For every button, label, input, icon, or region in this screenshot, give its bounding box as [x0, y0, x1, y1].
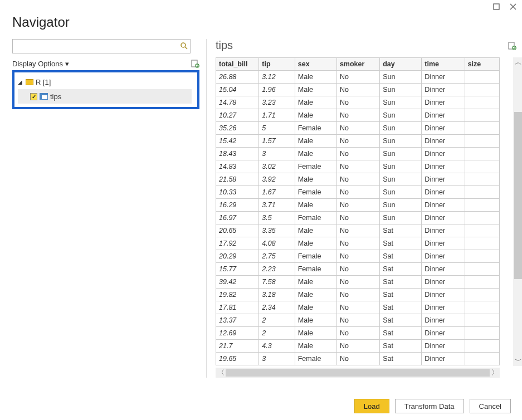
cell-total_bill: 14.78 — [216, 96, 259, 109]
cell-total_bill: 17.81 — [216, 301, 259, 314]
page-title: Navigator — [0, 0, 522, 39]
cell-total_bill: 14.83 — [216, 160, 259, 173]
cell-total_bill: 20.65 — [216, 224, 259, 237]
table-row[interactable]: 15.772.23FemaleNoSatDinner — [216, 263, 500, 276]
cell-total_bill: 10.33 — [216, 186, 259, 199]
cell-time: Dinner — [422, 199, 465, 212]
table-row[interactable]: 15.421.57MaleNoSunDinner — [216, 135, 500, 148]
tree-item-tips[interactable]: ✓ tips — [18, 89, 192, 104]
scroll-right-icon[interactable]: 〉 — [490, 368, 500, 378]
maximize-button[interactable] — [492, 2, 501, 11]
close-button[interactable] — [509, 2, 518, 11]
cell-time: Dinner — [422, 263, 465, 276]
table-row[interactable]: 17.812.34MaleNoSatDinner — [216, 301, 500, 314]
col-time[interactable]: time — [422, 58, 465, 71]
cell-tip: 2.75 — [259, 250, 295, 263]
col-total_bill[interactable]: total_bill — [216, 58, 259, 71]
cell-size — [465, 224, 499, 237]
table-row[interactable]: 16.973.5FemaleNoSunDinner — [216, 212, 500, 224]
cell-day: Sun — [380, 160, 422, 173]
cell-sex: Female — [295, 263, 336, 276]
load-button[interactable]: Load — [354, 399, 389, 413]
display-options-dropdown[interactable]: Display Options ▾ — [12, 60, 69, 68]
cell-size — [465, 289, 499, 301]
scroll-thumb[interactable] — [514, 112, 522, 279]
cell-day: Sun — [380, 212, 422, 224]
cell-smoker: No — [336, 250, 379, 263]
table-row[interactable]: 10.271.71MaleNoSunDinner — [216, 109, 500, 122]
tree-root-node[interactable]: ◢ R [1] — [18, 75, 192, 89]
cell-total_bill: 17.92 — [216, 237, 259, 250]
cell-size — [465, 71, 499, 84]
cell-total_bill: 20.29 — [216, 250, 259, 263]
cell-time: Dinner — [422, 301, 465, 314]
cell-smoker: No — [336, 122, 379, 135]
cell-smoker: No — [336, 276, 379, 289]
cell-sex: Female — [295, 212, 336, 224]
cell-smoker: No — [336, 263, 379, 276]
table-row[interactable]: 39.427.58MaleNoSatDinner — [216, 276, 500, 289]
cell-day: Sat — [380, 353, 422, 365]
table-row[interactable]: 18.433MaleNoSunDinner — [216, 148, 500, 160]
table-row[interactable]: 15.041.96MaleNoSunDinner — [216, 84, 500, 96]
col-day[interactable]: day — [380, 58, 422, 71]
table-row[interactable]: 12.692MaleNoSatDinner — [216, 327, 500, 340]
cell-time: Dinner — [422, 237, 465, 250]
cell-smoker: No — [336, 160, 379, 173]
cell-smoker: No — [336, 224, 379, 237]
table-row[interactable]: 26.883.12MaleNoSunDinner — [216, 71, 500, 84]
search-input-wrap[interactable] — [12, 39, 191, 53]
cell-time: Dinner — [422, 148, 465, 160]
cell-day: Sun — [380, 186, 422, 199]
refresh-preview-icon[interactable] — [508, 41, 516, 50]
cell-tip: 2.34 — [259, 301, 295, 314]
table-row[interactable]: 19.653FemaleNoSatDinner — [216, 353, 500, 365]
vertical-scrollbar[interactable]: ︿ ﹀ — [513, 57, 522, 366]
refresh-left-icon[interactable] — [191, 59, 199, 68]
table-row[interactable]: 21.74.3MaleNoSatDinner — [216, 340, 500, 353]
scroll-track[interactable] — [513, 67, 522, 356]
col-size[interactable]: size — [465, 58, 499, 71]
cell-day: Sat — [380, 263, 422, 276]
col-sex[interactable]: sex — [295, 58, 336, 71]
cell-tip: 7.58 — [259, 276, 295, 289]
table-row[interactable]: 14.833.02FemaleNoSunDinner — [216, 160, 500, 173]
cell-smoker: No — [336, 109, 379, 122]
scroll-left-icon[interactable]: 〈 — [216, 368, 226, 378]
table-row[interactable]: 19.823.18MaleNoSatDinner — [216, 289, 500, 301]
cell-time: Dinner — [422, 173, 465, 186]
table-row[interactable]: 13.372MaleNoSatDinner — [216, 314, 500, 327]
scroll-down-icon[interactable]: ﹀ — [513, 356, 522, 366]
table-row[interactable]: 10.331.67FemaleNoSunDinner — [216, 186, 500, 199]
checkbox-checked-icon[interactable]: ✓ — [30, 93, 37, 100]
table-row[interactable]: 14.783.23MaleNoSunDinner — [216, 96, 500, 109]
col-tip[interactable]: tip — [259, 58, 295, 71]
scroll-up-icon[interactable]: ︿ — [513, 57, 522, 67]
hscroll-thumb[interactable] — [226, 369, 490, 377]
cancel-button[interactable]: Cancel — [470, 399, 511, 413]
cell-tip: 5 — [259, 122, 295, 135]
search-input[interactable] — [15, 42, 180, 51]
table-row[interactable]: 35.265FemaleNoSunDinner — [216, 122, 500, 135]
cell-total_bill: 15.42 — [216, 135, 259, 148]
transform-data-button[interactable]: Transform Data — [395, 399, 464, 413]
cell-day: Sat — [380, 250, 422, 263]
cell-sex: Female — [295, 160, 336, 173]
table-row[interactable]: 21.583.92MaleNoSunDinner — [216, 173, 500, 186]
cell-tip: 4.3 — [259, 340, 295, 353]
horizontal-scrollbar[interactable]: 〈 〉 — [216, 368, 500, 378]
table-row[interactable]: 17.924.08MaleNoSatDinner — [216, 237, 500, 250]
table-row[interactable]: 20.653.35MaleNoSatDinner — [216, 224, 500, 237]
cell-smoker: No — [336, 96, 379, 109]
table-row[interactable]: 16.293.71MaleNoSunDinner — [216, 199, 500, 212]
collapse-icon: ◢ — [18, 79, 23, 85]
cell-day: Sat — [380, 301, 422, 314]
cell-tip: 1.67 — [259, 186, 295, 199]
col-smoker[interactable]: smoker — [336, 58, 379, 71]
cell-size — [465, 122, 499, 135]
cell-time: Dinner — [422, 314, 465, 327]
cell-day: Sun — [380, 84, 422, 96]
cell-tip: 3 — [259, 148, 295, 160]
cell-total_bill: 26.88 — [216, 71, 259, 84]
table-row[interactable]: 20.292.75FemaleNoSatDinner — [216, 250, 500, 263]
